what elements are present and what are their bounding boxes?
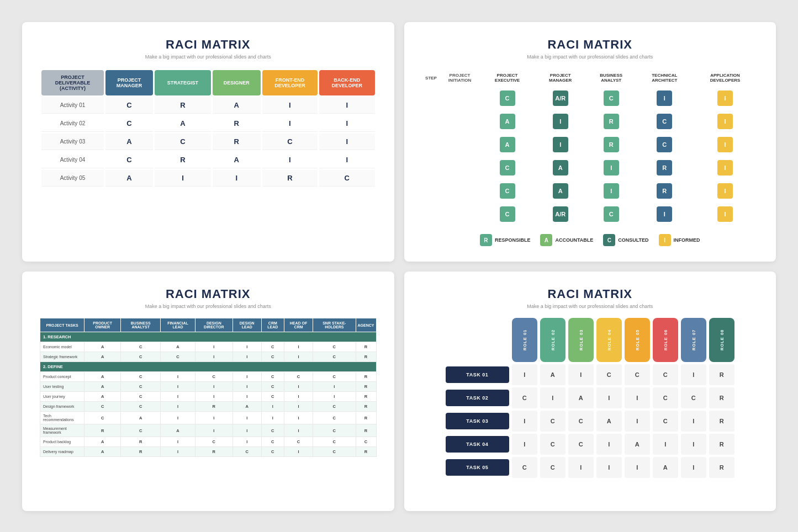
table-cell: I	[161, 382, 195, 392]
task-label: TASK 03	[446, 413, 509, 429]
table-cell: A	[480, 134, 535, 156]
table-cell: R	[356, 382, 376, 392]
table-cell: I	[161, 372, 195, 382]
table-cell: I	[693, 180, 757, 202]
table-cell: I	[261, 412, 284, 424]
table-cell: I	[232, 382, 261, 392]
table-row: User testingACIIICIIR	[40, 382, 377, 392]
role-pill: ROLE 05	[625, 318, 650, 362]
raci-table-1: PROJECTDELIVERABLE(ACTIVITY) PROJECTMANA…	[40, 68, 377, 188]
table-cell: I	[161, 392, 195, 402]
table-cell: C	[313, 402, 356, 412]
task-cell: C	[512, 387, 537, 408]
table-cell: I	[284, 342, 313, 352]
table-cell: I	[319, 97, 374, 114]
task-cell: I	[540, 387, 566, 408]
table-cell: C	[480, 203, 535, 225]
col-exec: PROJECTEXECUTIVE	[480, 70, 535, 86]
slide-4: RACI MATRIX Make a big impact with our p…	[404, 272, 776, 511]
table-cell: R	[356, 424, 376, 437]
table-cell: I	[284, 352, 313, 362]
table-cell: I	[195, 382, 232, 392]
table-cell: C	[586, 203, 636, 225]
table-row: Product backlogARICICCCC	[40, 437, 377, 447]
table-cell: C	[161, 352, 195, 362]
table-cell	[441, 180, 479, 202]
role-pill: ROLE 04	[596, 318, 622, 362]
task-label: TASK 04	[446, 436, 509, 453]
task-cell: I	[653, 434, 678, 455]
task-cell: I	[625, 457, 650, 478]
task-cell: C	[653, 364, 678, 385]
col-header-backend: BACK-ENDDEVELOPER	[319, 70, 374, 95]
table-cell: Activity 04	[41, 152, 104, 168]
table-cell: C	[480, 87, 535, 109]
table-cell: I	[586, 180, 636, 202]
legend: RRESPONSIBLEAACCOUNTABLECCONSULTEDIINFOR…	[480, 234, 700, 246]
raci-table-2: STEP PROJECT INITIATION PROJECTEXECUTIVE…	[422, 68, 759, 226]
slide-2-title: RACI MATRIX	[547, 38, 632, 52]
task-cell: C	[596, 364, 622, 385]
table-cell: I	[262, 115, 318, 132]
table-cell: User testing	[40, 382, 84, 392]
task-cell: I	[625, 411, 650, 432]
col-header: CRM LEAD	[261, 318, 284, 332]
col-init: PROJECT INITIATION	[441, 70, 479, 86]
table-cell: C	[261, 352, 284, 362]
role-pill: ROLE 01	[512, 318, 537, 362]
table-cell	[423, 180, 440, 202]
table-section-row: 2. DEFINE	[40, 362, 377, 372]
role-pill: ROLE 08	[709, 318, 734, 362]
task-row: TASK 02CIAIICCR	[446, 387, 734, 408]
legend-item: AACCOUNTABLE	[540, 234, 593, 246]
legend-item: IINFORMED	[659, 234, 700, 246]
table-cell: C	[313, 437, 356, 447]
col-header-frontend: FRONT-ENDDEVELOPER	[262, 70, 318, 95]
table-cell: A	[84, 342, 121, 352]
table-cell: C	[319, 170, 374, 187]
table-cell: R	[356, 372, 376, 382]
table-row: Tech recommendationsCAIIIIICR	[40, 412, 377, 424]
slide-3-title: RACI MATRIX	[166, 287, 251, 301]
table-cell: C	[261, 447, 284, 457]
table-cell: C	[261, 424, 284, 437]
table-cell: C	[637, 134, 692, 156]
table-cell: A	[84, 352, 121, 362]
table-cell: C	[313, 447, 356, 457]
table-cell	[423, 203, 440, 225]
task-cell: A	[625, 434, 650, 455]
table-cell: R	[155, 97, 211, 114]
task-cell: I	[625, 387, 650, 408]
table-cell: C	[195, 372, 232, 382]
slide-3: RACI MATRIX Make a big impact with our p…	[22, 272, 394, 511]
task-cell: C	[540, 411, 566, 432]
table-section-row: 1. RESEARCH	[40, 332, 377, 342]
table-cell: I	[637, 87, 692, 109]
task-row: TASK 05CCIIIAIR	[446, 457, 734, 478]
task-cell: I	[512, 364, 537, 385]
table-cell: I	[262, 152, 318, 168]
table-cell: I	[232, 412, 261, 424]
task-cell: I	[568, 457, 594, 478]
table-cell: C	[84, 402, 121, 412]
table-cell: I	[693, 203, 757, 225]
table-row: Design frameworkCCIRAIICR	[40, 402, 377, 412]
tasks-grid: TASK 01IAICCCIRTASK 02CIAIICCRTASK 03ICC…	[446, 364, 734, 478]
table-cell: I	[232, 392, 261, 402]
table-cell: R	[213, 134, 261, 150]
table-cell: C	[121, 424, 161, 437]
table-cell: I	[195, 392, 232, 402]
table-cell: C	[195, 437, 232, 447]
table-cell: C	[480, 157, 535, 179]
slide-1: RACI MATRIX Make a big impact with our p…	[22, 22, 394, 262]
table-cell: R	[586, 134, 636, 156]
slide-4-subtitle: Make a big impact with our professional …	[527, 304, 653, 309]
table-cell: I	[284, 447, 313, 457]
table-cell: I	[232, 437, 261, 447]
table-cell: R	[356, 352, 376, 362]
table-cell: C	[232, 447, 261, 457]
col-header: SNR STAKE-HOLDERS	[313, 318, 356, 332]
table-row: Economic modelACAIICICR	[40, 342, 377, 352]
table-cell: C	[121, 372, 161, 382]
col-header-activity: PROJECTDELIVERABLE(ACTIVITY)	[41, 70, 104, 95]
